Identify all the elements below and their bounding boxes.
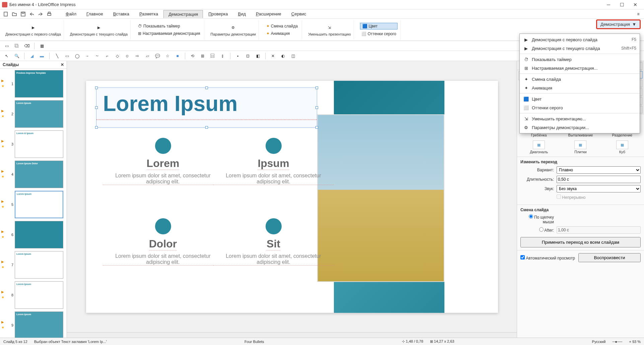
minimize-presentation-button[interactable]: ⇲ Уменьшить презентацию xyxy=(308,23,351,36)
duplicate-slide-icon[interactable]: ⿻ xyxy=(13,42,21,50)
slide-action-icon[interactable]: ▶ xyxy=(1,169,6,174)
slide-star-icon[interactable]: ★ xyxy=(1,114,6,119)
dd-item-timer[interactable]: ⏱ Показывать таймер xyxy=(520,55,640,64)
redo-icon[interactable] xyxy=(37,10,44,18)
slide-canvas[interactable]: Lorem Ipsum Lorem Lorem ipsum dolor sit … xyxy=(86,81,498,313)
dd-item-custom[interactable]: ⊞ Настраиваемая демонстрация... xyxy=(520,64,640,72)
language-info[interactable]: Русский xyxy=(592,340,606,344)
menu-сервис[interactable]: Сервис xyxy=(287,10,311,18)
toggle-icon[interactable]: ◐ xyxy=(279,52,287,60)
slide-star-icon[interactable]: ★ xyxy=(1,145,6,149)
arrows-icon[interactable]: ⇨ xyxy=(133,52,141,60)
content-block[interactable]: Ipsum Lorem ipsum dolor sit amet, consec… xyxy=(213,138,334,185)
on-click-radio[interactable] xyxy=(529,214,533,219)
new-icon[interactable] xyxy=(2,10,9,18)
align-icon[interactable]: ⊞ xyxy=(199,52,207,60)
arrange-icon[interactable]: ⿳ xyxy=(209,52,217,60)
slide-action-icon[interactable]: ▶ xyxy=(1,230,6,234)
menu-разметка[interactable]: Разметка xyxy=(135,10,163,18)
slide-image[interactable] xyxy=(317,114,444,282)
slide-star-icon[interactable]: ★ xyxy=(1,235,6,240)
callout-icon[interactable]: 💬 xyxy=(153,52,161,60)
close-button[interactable]: ✕ xyxy=(629,0,642,9)
layout-icon[interactable]: ▦ xyxy=(38,42,46,50)
save-icon[interactable] xyxy=(19,10,27,18)
new-slide-icon[interactable]: ▭ xyxy=(3,42,11,50)
open-icon[interactable] xyxy=(11,10,18,18)
slide-star-icon[interactable]: ★ xyxy=(1,205,6,210)
transition-Диагональ[interactable]: ▦Диагональ xyxy=(518,139,559,155)
transition-Куб[interactable]: ▦Куб xyxy=(602,139,643,155)
gluepoint-icon[interactable]: ✕ xyxy=(269,52,277,60)
shapes-icon[interactable]: ◇ xyxy=(113,52,121,60)
slide-title-text[interactable]: Lorem Ipsum xyxy=(96,88,317,120)
slide-star-icon[interactable]: ★ xyxy=(1,175,6,179)
slide-star-icon[interactable]: ★ xyxy=(1,326,6,330)
slide-action-icon[interactable]: ▶ xyxy=(1,320,6,325)
slide-star-icon[interactable]: ★ xyxy=(1,84,6,89)
rotate-icon[interactable]: ⟲ xyxy=(189,52,197,60)
title-text-frame[interactable]: Lorem Ipsum xyxy=(96,88,317,128)
menu-проверка[interactable]: Проверка xyxy=(204,10,232,18)
fill-icon[interactable]: ▬ xyxy=(38,52,46,60)
close-panel-icon[interactable]: ✕ xyxy=(61,62,64,67)
filter-icon[interactable]: ◧ xyxy=(254,52,262,60)
after-input[interactable] xyxy=(557,226,641,234)
print-icon[interactable] xyxy=(46,10,53,18)
horizontal-scrollbar[interactable] xyxy=(67,332,517,338)
curve-icon[interactable]: ～ xyxy=(93,52,101,60)
undo-icon[interactable] xyxy=(28,10,35,18)
highlight-icon[interactable]: ◢ xyxy=(28,52,36,60)
slide-thumbnail[interactable]: Lorem Ipsum xyxy=(15,311,63,338)
slide-thumbnail[interactable]: Lorem Ipsum xyxy=(15,191,63,218)
sound-select[interactable]: Без звука xyxy=(557,185,641,192)
canvas-scroll[interactable]: Lorem Ipsum Lorem Lorem ipsum dolor sit … xyxy=(67,61,517,332)
dd-item-minimize[interactable]: ⇲ Уменьшить презентацию... xyxy=(520,114,640,123)
minimize-button[interactable]: ─ xyxy=(602,0,615,9)
ellipse-icon[interactable]: ◯ xyxy=(73,52,81,60)
show-timer-button[interactable]: ⏱Показывать таймер xyxy=(137,23,201,29)
slide-thumbnail[interactable]: Lorem & Ipsum xyxy=(15,130,63,158)
menu-расширение[interactable]: Расширение xyxy=(251,10,286,18)
zoom-slider[interactable]: ─●── xyxy=(612,340,622,344)
zoom-icon[interactable]: 🔍 xyxy=(13,52,21,60)
demo-dropdown-button[interactable]: Демонстрация ▼ xyxy=(596,19,641,29)
slide-action-icon[interactable]: ▶ xyxy=(1,260,6,265)
slide-thumbnail[interactable]: Freshes Impress Template xyxy=(15,70,63,98)
slide-action-icon[interactable]: ▶ xyxy=(1,79,6,83)
auto-preview-checkbox[interactable] xyxy=(520,255,525,260)
connector-icon[interactable]: ⌐ xyxy=(103,52,111,60)
custom-demo-button[interactable]: ⊞Настраиваемая демонстрация xyxy=(137,31,201,37)
dd-item-play[interactable]: ▶ Демонстрация с первого слайда F5 xyxy=(520,35,640,44)
line-icon[interactable]: ╲ xyxy=(53,52,61,60)
dd-item-anim[interactable]: ✦ Анимация xyxy=(520,83,640,92)
slide-thumbnail[interactable]: Lorem Ipsum xyxy=(15,251,63,279)
dd-item-gray[interactable]: ⬜ Оттенки серого xyxy=(520,103,640,112)
slide-thumbnail[interactable]: Lorem Ipsum Dolor xyxy=(15,161,63,188)
menu-вставка[interactable]: Вставка xyxy=(109,10,134,18)
demo-from-first-button[interactable]: ▶ Демонстрация с первого слайда xyxy=(5,23,61,36)
arrow-icon[interactable]: → xyxy=(83,52,91,60)
animation-button[interactable]: ✦Анимация xyxy=(265,31,299,37)
3d-icon[interactable]: ■ xyxy=(173,52,182,60)
color-button[interactable]: 🟦Цвет xyxy=(360,23,398,30)
slide-action-icon[interactable]: ▶ xyxy=(1,290,6,295)
zoom-value[interactable]: + 93 % xyxy=(629,340,641,344)
menu-главное[interactable]: Главное xyxy=(82,10,108,18)
star-icon[interactable]: ☆ xyxy=(163,52,171,60)
hamburger-icon[interactable]: ≡ xyxy=(635,10,642,18)
slide-star-icon[interactable]: ★ xyxy=(1,265,6,270)
maximize-button[interactable]: ☐ xyxy=(615,0,629,9)
after-radio[interactable] xyxy=(539,227,544,232)
delete-slide-icon[interactable]: ⌫ xyxy=(23,42,31,50)
flowchart-icon[interactable]: ▱ xyxy=(143,52,151,60)
distribute-icon[interactable]: ⫿ xyxy=(219,52,227,60)
slide-action-icon[interactable]: ▶ xyxy=(1,109,6,114)
slide-action-icon[interactable]: ▶ xyxy=(1,199,6,204)
duration-input[interactable] xyxy=(557,176,641,183)
slide-thumbnail[interactable]: Lorem Ipsum xyxy=(15,281,63,309)
demo-from-current-button[interactable]: ▶ Демонстрация с текущего слайда xyxy=(70,23,128,36)
slide-thumbnail[interactable] xyxy=(15,221,63,248)
demo-params-button[interactable]: ⚙ Параметры демонстрации xyxy=(210,23,256,36)
slide-thumbnail[interactable]: Lorem Ipsum xyxy=(15,100,63,128)
